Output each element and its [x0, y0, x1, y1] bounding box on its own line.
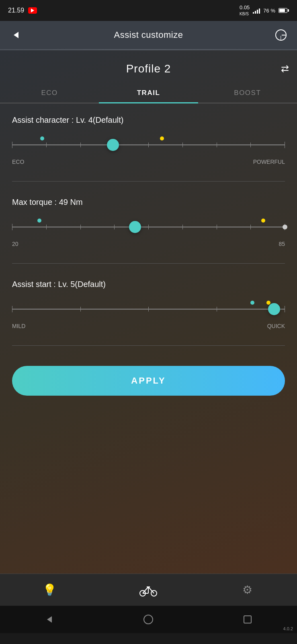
android-home-icon	[143, 615, 153, 624]
android-home-button[interactable]	[142, 613, 155, 626]
profile-title: Profile 2	[126, 62, 171, 75]
android-recent-button[interactable]	[241, 613, 254, 626]
max-torque-thumb[interactable]	[129, 221, 141, 233]
bottom-nav-light[interactable]: 💡	[33, 578, 66, 602]
torque-right-label: 85	[279, 241, 285, 247]
divider-1	[12, 181, 285, 182]
history-icon	[275, 29, 287, 41]
status-time: 21.59	[8, 7, 24, 14]
app-bar: Assist customize	[0, 21, 297, 49]
max-torque-label: Max torque : 49 Nm	[12, 198, 285, 207]
apply-button[interactable]: APPLY	[12, 366, 285, 396]
tab-boost[interactable]: BOOST	[198, 83, 297, 103]
divider-2	[12, 263, 285, 264]
tab-eco[interactable]: ECO	[0, 83, 99, 103]
assist-character-slider[interactable]: ECO POWERFUL	[12, 133, 285, 165]
max-torque-section: Max torque : 49 Nm	[0, 186, 297, 259]
assist-start-label: Assist start : Lv. 5(Default)	[12, 280, 285, 289]
bulb-icon: 💡	[43, 583, 57, 597]
max-torque-slider[interactable]: 20 85	[12, 215, 285, 247]
start-left-label: MILD	[12, 323, 25, 329]
bottom-nav-bike[interactable]	[132, 578, 164, 602]
back-button[interactable]	[8, 27, 24, 43]
status-bar: 21.59 0.05 KB/S 76 %	[0, 0, 297, 21]
tab-trail[interactable]: TRAIL	[99, 83, 198, 103]
assist-start-slider[interactable]: MILD QUICK	[12, 297, 285, 329]
battery-icon	[279, 8, 289, 13]
torque-left-label: 20	[12, 241, 18, 247]
assist-character-label: Assist character : Lv. 4(Default)	[12, 116, 285, 125]
bike-icon	[139, 584, 157, 597]
android-back-button[interactable]	[43, 613, 56, 626]
assist-char-yellow-dot	[160, 136, 164, 140]
profile-header: Profile 2 ⇄	[0, 50, 297, 83]
back-arrow-icon	[14, 32, 18, 38]
tabs-container: ECO TRAIL BOOST	[0, 83, 297, 103]
bottom-nav: 💡 ⚙	[0, 574, 297, 606]
assist-character-section: Assist character : Lv. 4(Default)	[0, 103, 297, 177]
assist-char-left-label: ECO	[12, 159, 24, 165]
version-text: 4.0.2	[283, 626, 293, 631]
assist-start-track	[12, 309, 285, 310]
android-nav: 4.0.2	[0, 606, 297, 633]
torque-end-dot	[283, 225, 287, 229]
assist-char-blue-dot	[40, 136, 44, 140]
max-torque-track	[12, 227, 285, 227]
start-right-label: QUICK	[267, 323, 285, 329]
main-content: Profile 2 ⇄ ECO TRAIL BOOST Assist chara…	[0, 50, 297, 574]
swap-icon[interactable]: ⇄	[281, 63, 289, 74]
divider-3	[12, 345, 285, 346]
torque-blue-dot	[37, 219, 41, 223]
apply-section: APPLY	[0, 350, 297, 408]
page-title: Assist customize	[114, 30, 183, 40]
android-recent-icon	[244, 615, 252, 623]
bottom-nav-settings[interactable]: ⚙	[231, 578, 264, 602]
assist-char-right-label: POWERFUL	[253, 159, 285, 165]
assist-start-thumb[interactable]	[268, 303, 280, 315]
data-speed: 0.05 KB/S	[240, 4, 250, 17]
youtube-icon	[28, 7, 37, 14]
start-blue-dot	[250, 301, 254, 305]
android-back-icon	[47, 616, 52, 623]
signal-icon	[253, 7, 260, 14]
settings-icon: ⚙	[242, 583, 252, 597]
battery-percent: 76 %	[263, 8, 275, 14]
status-right: 0.05 KB/S 76 %	[240, 4, 289, 17]
assist-start-section: Assist start : Lv. 5(Default)	[0, 268, 297, 341]
assist-character-thumb[interactable]	[107, 139, 119, 151]
assist-character-track	[12, 144, 285, 145]
torque-yellow-dot	[261, 219, 265, 223]
history-button[interactable]	[273, 27, 289, 43]
